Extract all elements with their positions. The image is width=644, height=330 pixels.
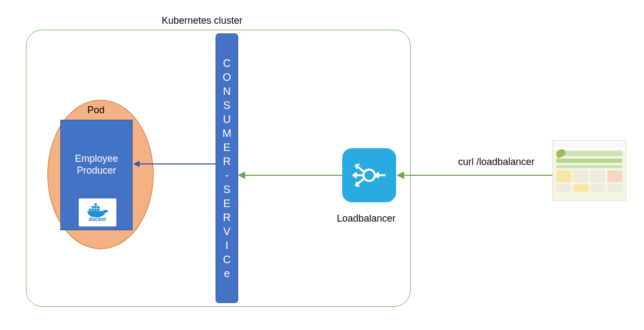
docker-label: docker <box>89 216 107 222</box>
consumer-service-letter: N <box>223 84 231 98</box>
consumer-service-letter: O <box>223 70 231 84</box>
svg-point-8 <box>363 169 375 181</box>
arrow-loadbalancer-to-service-head <box>238 171 245 179</box>
consumer-service-letter: M <box>223 126 232 140</box>
browser-client-thumbnail <box>552 140 626 201</box>
consumer-service-letter: C <box>223 56 231 70</box>
consumer-service-letter: I <box>225 238 228 252</box>
producer-line-1: Employee <box>61 153 132 164</box>
svg-rect-4 <box>92 206 94 208</box>
consumer-service-box: CONSUMER-SERVICe <box>216 33 238 303</box>
loadbalancer-label: Loadbalancer <box>337 213 396 224</box>
docker-whale-icon <box>85 203 110 217</box>
producer-line-2: Producer <box>61 164 132 176</box>
arrow-client-to-loadbalancer-head <box>397 171 404 179</box>
svg-rect-6 <box>97 206 99 208</box>
consumer-service-letter: S <box>223 182 230 196</box>
loadbalancer-icon <box>342 148 396 202</box>
consumer-service-letter: E <box>223 196 230 210</box>
consumer-service-letter: R <box>223 210 231 224</box>
consumer-service-letter: V <box>223 224 230 238</box>
pod-label: Pod <box>87 105 105 116</box>
svg-rect-7 <box>94 203 96 205</box>
arrow-client-to-loadbalancer <box>404 175 552 176</box>
svg-rect-3 <box>97 209 99 211</box>
consumer-service-letter: E <box>223 140 230 154</box>
arrow-service-to-producer <box>140 163 216 164</box>
consumer-service-letter: U <box>223 112 231 126</box>
curl-command-label: curl /loadbalancer <box>458 156 535 168</box>
consumer-service-letter: - <box>225 168 229 182</box>
arrow-loadbalancer-to-service <box>245 175 342 176</box>
consumer-service-letter: e <box>224 266 230 280</box>
consumer-service-letter: S <box>223 98 230 112</box>
arrow-service-to-producer-head <box>133 161 140 167</box>
kubernetes-cluster-title: Kubernetes cluster <box>162 15 243 26</box>
svg-rect-5 <box>94 206 96 208</box>
svg-rect-0 <box>89 209 91 211</box>
svg-rect-1 <box>92 209 94 211</box>
consumer-service-letter: C <box>223 252 231 266</box>
consumer-service-letter: R <box>223 154 231 168</box>
docker-logo-card: docker <box>79 198 116 226</box>
svg-rect-2 <box>94 209 96 211</box>
